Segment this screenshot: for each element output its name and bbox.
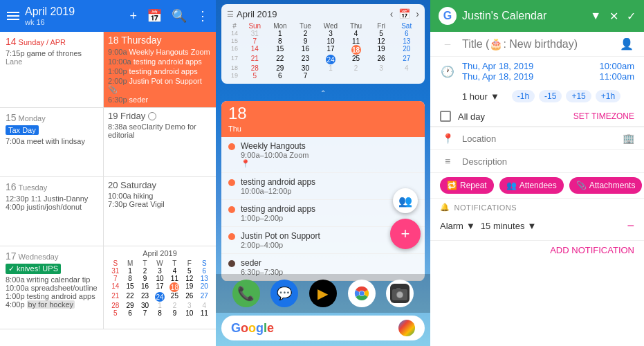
hamburger-icon[interactable]	[7, 12, 19, 20]
day-label-15: 15 Monday Tax Day 7:00a meet with lindsa…	[0, 108, 104, 176]
event-18-2: 10:00a testing android apps	[108, 57, 212, 66]
form-title-row: ─ 👤	[430, 32, 644, 57]
day-label-17: 17 Wednesday ✓ knives! UPS 8:00a writing…	[0, 246, 104, 329]
end-date[interactable]: Thu, Apr 18, 2019	[462, 71, 533, 82]
left-header-icons: + 📅 🔍 ⋮	[129, 8, 209, 24]
mini-col-sa: S	[197, 260, 212, 267]
cal-next-btn[interactable]: ›	[416, 8, 419, 19]
chip-plus1h[interactable]: +1h	[596, 90, 620, 102]
event-20-2: 7:30p Great Vigil	[108, 200, 212, 208]
day-num-16: 16	[6, 181, 17, 192]
phone-apps: 📞 💬 ▶	[216, 274, 430, 313]
desc-icon: ≡	[440, 156, 455, 167]
chip-minus15[interactable]: -15	[539, 90, 562, 102]
fab-people-btn[interactable]: 👥	[393, 188, 418, 213]
app-chrome[interactable]	[348, 280, 376, 307]
mini-col-f: F	[182, 260, 196, 267]
mc-1: 1	[122, 267, 137, 275]
mc-21: 21	[108, 292, 122, 302]
start-date[interactable]: Thu, Apr 18, 2019	[462, 61, 533, 71]
mc-g2: 2	[167, 302, 182, 309]
mc-6: 6	[197, 267, 212, 275]
day-right-19: 19 Friday 8:38a seoClarity Demo for edit…	[104, 108, 216, 176]
calendar-icon[interactable]: 📅	[147, 8, 162, 24]
attendees-btn[interactable]: 👥 Attendees	[499, 177, 564, 194]
allday-label: All day	[458, 111, 567, 122]
chip-plus15[interactable]: +15	[566, 90, 591, 102]
search-icon[interactable]: 🔍	[172, 8, 187, 24]
event-row-1[interactable]: Weekly Hangouts 9:00a–10:00a Zoom 📍	[221, 137, 425, 173]
d-18-sel[interactable]: 18	[351, 45, 361, 55]
mc-24-today: 24	[155, 292, 165, 302]
mc-27: 27	[197, 292, 212, 302]
clock-icon-1: 🕐	[440, 65, 455, 78]
dropdown-arrow-icon[interactable]: ▼	[590, 10, 601, 22]
end-time[interactable]: 11:00am	[599, 71, 634, 82]
person-icon: 👤	[619, 37, 634, 51]
title-input[interactable]	[462, 38, 612, 51]
chip-minus1h[interactable]: -1h	[512, 90, 535, 102]
thu-header: Thu	[343, 22, 369, 30]
phone-bottom: 📞 💬 ▶	[216, 274, 430, 346]
duration-label: 1 hour	[462, 91, 488, 102]
duration-select[interactable]: 1 hour ▼	[462, 91, 499, 102]
app-phone[interactable]: 📞	[232, 280, 260, 307]
start-time[interactable]: 10:00am	[599, 61, 634, 71]
event-18-5: 6:30p seder	[108, 95, 212, 104]
alarm-label: Alarm	[440, 221, 463, 231]
mini-cal-widget: April 2019 S M T W T F S 31123456 789101…	[104, 246, 216, 329]
confirm-icon[interactable]: ✓	[627, 10, 636, 23]
add-notification-btn[interactable]: ADD NOTIFICATION	[430, 241, 644, 260]
notif-remove-btn[interactable]: −	[627, 219, 634, 233]
mc-12: 12	[182, 275, 196, 282]
wn-17: 17	[227, 55, 242, 64]
event-17-3: 1:00p testing android apps	[6, 292, 98, 300]
d-3g: 3	[369, 64, 394, 72]
d-3: 3	[318, 30, 344, 37]
d-11: 11	[343, 37, 369, 45]
app-messages[interactable]: 💬	[270, 280, 298, 307]
attachments-btn[interactable]: 📎 Attachments	[569, 177, 643, 194]
event-bar-knives: ✓ knives! UPS	[6, 264, 61, 274]
wn-14: 14	[227, 30, 242, 37]
more-icon[interactable]: ⋮	[196, 8, 209, 24]
fri-header: Fri	[369, 22, 394, 30]
d-23: 23	[293, 55, 318, 64]
assistant-icon[interactable]	[398, 320, 415, 336]
app-plex[interactable]: ▶	[309, 280, 337, 307]
add-icon[interactable]: +	[129, 9, 137, 24]
day-name-sun: Sunday / APR	[19, 38, 66, 46]
d-empty1	[318, 72, 344, 80]
google-search-bar[interactable]: Google	[221, 316, 425, 340]
location-input[interactable]	[462, 134, 616, 144]
allday-checkbox[interactable]	[440, 111, 451, 122]
d-6: 6	[394, 30, 419, 37]
events-date-header: 18 Thu	[221, 101, 425, 137]
google-logo: Google	[231, 321, 274, 336]
set-timezone-btn[interactable]: SET TIMEZONE	[573, 111, 634, 121]
mc-9: 9	[138, 275, 152, 282]
cal-prev-btn[interactable]: ‹	[390, 8, 394, 19]
day-label-16: 16 Tuesday 12:30p 1:1 Justin-Danny 4:00p…	[0, 177, 104, 246]
d-empty2	[343, 72, 369, 80]
mc-14: 14	[108, 282, 122, 292]
right-panel: G Justin's Calendar ▼ ✕ ✓ ─ 👤 🕐 Thu, Apr…	[430, 0, 644, 346]
description-input[interactable]	[462, 156, 634, 167]
location-row: 📍 🏢	[430, 127, 644, 149]
fab-add-btn[interactable]: +	[390, 219, 421, 249]
notif-type-select[interactable]: Alarm ▼	[440, 221, 475, 231]
events-date-day: Thu	[228, 125, 247, 133]
mini-cal-title: April 2019	[108, 249, 212, 257]
scroll-indicator: ⌃	[216, 88, 430, 98]
repeat-btn[interactable]: 🔁 Repeat	[440, 177, 494, 194]
d-27: 27	[394, 55, 419, 64]
cal-today-btn[interactable]: 📅	[398, 8, 410, 19]
app-camera[interactable]	[386, 280, 414, 307]
notif-minutes[interactable]: 15 minutes ▼	[481, 221, 536, 231]
events-date-num: 18	[228, 105, 247, 122]
attachments-label: Attachments	[589, 181, 636, 190]
right-header: G Justin's Calendar ▼ ✕ ✓	[430, 0, 644, 32]
close-icon[interactable]: ✕	[609, 10, 618, 23]
week-row-15: 15 Monday Tax Day 7:00a meet with lindsa…	[0, 108, 216, 177]
mini-col-w: W	[152, 260, 167, 267]
